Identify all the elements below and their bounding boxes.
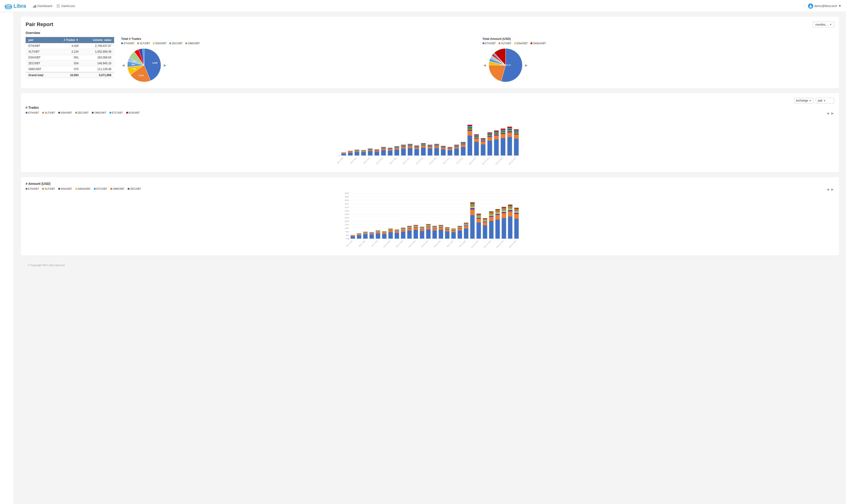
- trades-pie-next[interactable]: ▶: [163, 63, 167, 68]
- legend-label: ZEC/XBT: [172, 42, 183, 45]
- svg-rect-321: [407, 231, 412, 239]
- svg-rect-337: [420, 229, 424, 231]
- col-pair[interactable]: pair: [25, 37, 54, 43]
- grand-total-trades: 10,093: [54, 72, 82, 78]
- svg-rect-201: [501, 134, 505, 138]
- svg-text:219K: 219K: [345, 213, 349, 215]
- svg-rect-113: [421, 145, 426, 145]
- svg-rect-30: [348, 151, 353, 152]
- svg-rect-206: [501, 129, 505, 130]
- svg-rect-341: [420, 227, 424, 228]
- legend-label: ETH/XBT: [28, 187, 39, 190]
- nav-gainloss[interactable]: Gain/Loss: [57, 4, 75, 8]
- svg-rect-297: [382, 231, 386, 232]
- svg-rect-317: [401, 229, 406, 229]
- svg-rect-146: [448, 147, 452, 147]
- svg-rect-97: [408, 146, 412, 146]
- svg-rect-84: [395, 147, 399, 148]
- trades-chart-card: exchange ▼ pair ▼ # Trades ETH/XBTXLT/XB…: [21, 93, 839, 173]
- svg-rect-298: [389, 232, 393, 239]
- svg-rect-390: [464, 226, 468, 226]
- trades-chart-prev[interactable]: ◀: [826, 111, 830, 115]
- logo[interactable]: Libra: [5, 3, 26, 9]
- svg-rect-253: [351, 236, 355, 239]
- amount-chart-card: # Amount (USD) ETH/XBTXLT/XBTDSH/XBTDASH…: [21, 177, 839, 256]
- legend-dot: [483, 42, 484, 44]
- trades-pie-prev[interactable]: ◀: [121, 63, 126, 68]
- svg-rect-210: [507, 131, 512, 132]
- col-volume[interactable]: volume_value: [81, 37, 114, 43]
- svg-rect-315: [401, 230, 406, 230]
- svg-rect-277: [370, 234, 374, 234]
- svg-rect-214: [507, 127, 512, 128]
- svg-rect-448: [515, 219, 519, 239]
- svg-rect-347: [426, 226, 431, 226]
- svg-rect-89: [401, 147, 406, 148]
- svg-rect-173: [474, 137, 479, 138]
- svg-rect-351: [432, 231, 437, 239]
- svg-rect-135: [441, 147, 446, 148]
- svg-rect-77: [388, 148, 392, 149]
- svg-rect-311: [395, 230, 399, 231]
- svg-rect-416: [483, 219, 487, 220]
- legend-label: DSH/XBT: [61, 111, 72, 114]
- exchange-dropdown[interactable]: exchange ▼: [794, 98, 813, 103]
- legend-item: ZEC/XBT: [128, 187, 141, 190]
- svg-rect-185: [487, 141, 492, 156]
- header-user[interactable]: demo@libra.tech ▼: [808, 3, 841, 8]
- svg-rect-375: [451, 230, 456, 231]
- svg-rect-99: [408, 145, 412, 145]
- svg-rect-193: [494, 139, 499, 156]
- svg-text:798: 798: [132, 68, 136, 70]
- legend-item: XLT/XBT: [42, 111, 55, 114]
- layout: Pair Report months… ▼ Overview: [0, 12, 846, 504]
- svg-rect-36: [355, 151, 359, 152]
- svg-rect-307: [395, 231, 399, 233]
- amount-chart-prev[interactable]: ◀: [826, 187, 830, 191]
- svg-text:Oct 17, 2017: Oct 17, 2017: [396, 240, 403, 248]
- svg-text:Nov 2, 2017: Nov 2, 2017: [446, 240, 454, 248]
- nav-dashboard[interactable]: Dashboard: [33, 4, 52, 8]
- amount-pie-next[interactable]: ▶: [524, 63, 528, 68]
- svg-rect-304: [389, 229, 393, 229]
- svg-rect-437: [502, 209, 506, 211]
- svg-text:274K: 274K: [345, 206, 349, 208]
- col-trades[interactable]: # Trades ▼: [54, 37, 82, 43]
- svg-rect-125: [434, 148, 439, 156]
- svg-rect-50: [368, 151, 373, 156]
- svg-rect-314: [401, 230, 406, 232]
- overview-title: Overview: [25, 31, 834, 35]
- svg-rect-415: [483, 220, 487, 221]
- svg-text:Nov 6, 2017: Nov 6, 2017: [456, 157, 463, 164]
- pair-table: pair # Trades ▼ volume_value ETH/X: [25, 37, 114, 78]
- amount-pie-prev[interactable]: ◀: [483, 63, 487, 68]
- svg-rect-55: [368, 149, 373, 149]
- svg-text:Nov 18, 2017: Nov 18, 2017: [496, 240, 504, 248]
- months-dropdown[interactable]: months… ▼: [813, 22, 834, 28]
- svg-rect-357: [432, 226, 437, 226]
- amount-chart-next[interactable]: ▶: [831, 187, 834, 191]
- legend-item: DASH/XBT: [75, 187, 91, 190]
- svg-rect-396: [470, 215, 474, 239]
- svg-rect-322: [407, 228, 412, 230]
- svg-text:Nov 2, 2017: Nov 2, 2017: [443, 157, 450, 164]
- trades-pie-legend: ETH/XBTXLT/XBTDSH/XBTZEC/XBTOMG/XBT: [121, 42, 200, 45]
- grand-total-volume: 5,071,959: [81, 72, 114, 78]
- svg-rect-326: [407, 227, 412, 227]
- svg-rect-417: [483, 218, 487, 219]
- svg-rect-449: [515, 214, 519, 219]
- legend-dot: [42, 112, 44, 113]
- svg-rect-76: [388, 149, 392, 149]
- svg-rect-68: [381, 148, 386, 148]
- trades-chart-next[interactable]: ▶: [831, 111, 834, 115]
- svg-rect-300: [389, 230, 393, 231]
- svg-rect-130: [434, 144, 439, 145]
- pair-dropdown[interactable]: pair ▼: [816, 98, 834, 103]
- amount-pie-container: ◀ 2,748,437.67 ▶: [483, 47, 834, 84]
- legend-dot: [75, 112, 77, 113]
- legend-label: ETH/XBT: [485, 42, 496, 45]
- legend-dot: [121, 42, 123, 44]
- legend-dot: [499, 42, 500, 44]
- svg-rect-349: [426, 224, 431, 224]
- svg-rect-273: [363, 232, 368, 232]
